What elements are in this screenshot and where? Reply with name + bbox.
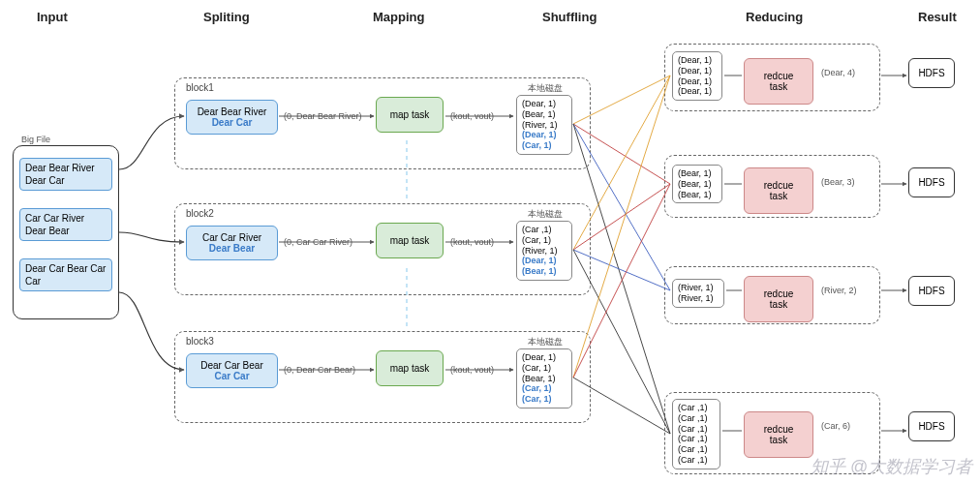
bigfile-box: Dear Bear River Dear Car Car Car River D…	[13, 145, 119, 319]
watermark: 知乎 @大数据学习者	[811, 455, 972, 478]
sh3-0: (River, 1)	[678, 283, 719, 293]
block3-out-1: (Car, 1)	[522, 363, 567, 374]
block1-out-4: (Car, 1)	[522, 140, 567, 151]
sh2-2: (Bear, 1)	[678, 190, 717, 200]
reduce1-result: (Dear, 4)	[821, 68, 855, 77]
block1-output: (Dear, 1) (Bear, 1) (River, 1) (Dear, 1)…	[516, 95, 572, 155]
reduce3-box: redcue task	[744, 276, 813, 322]
block2-kvout: (0, Car Car River)	[284, 237, 352, 247]
block1-map: map task	[376, 97, 444, 133]
sh4-3: (Car ,1)	[678, 434, 715, 444]
block1-label: block1	[186, 82, 214, 93]
hdfs4: HDFS	[908, 411, 955, 441]
block2-local: 本地磁盘	[528, 208, 563, 221]
sh4-0: (Car ,1)	[678, 403, 715, 413]
block3-out-2: (Bear, 1)	[522, 374, 567, 384]
block3-text-top: Dear Car Bear	[195, 360, 269, 371]
block2-split: Car Car River Dear Bear	[186, 226, 278, 260]
block2-out-0: (Car ,1)	[522, 225, 567, 235]
shuffle4-box: (Car ,1) (Car ,1) (Car ,1) (Car ,1) (Car…	[672, 399, 720, 469]
reduce4-result: (Car, 6)	[821, 421, 850, 431]
block1-split: Dear Bear River Dear Car	[186, 100, 278, 135]
block1-kvout: (0, Dear Bear River)	[284, 111, 362, 121]
block1-local: 本地磁盘	[528, 82, 563, 95]
block1-out-3: (Dear, 1)	[522, 130, 567, 140]
stage-title-reducing: Reducing	[746, 10, 803, 24]
bigfile-title: Big File	[21, 135, 50, 144]
reduce1-box: redcue task	[744, 58, 813, 105]
block1-text-top: Dear Bear River	[195, 106, 269, 117]
block2-output: (Car ,1) (Car, 1) (River, 1) (Dear, 1) (…	[516, 221, 572, 281]
hdfs3: HDFS	[908, 276, 955, 306]
block2-out-1: (Car, 1)	[522, 235, 567, 246]
shuffle1-box: (Dear, 1) (Dear, 1) (Dear, 1) (Dear, 1)	[672, 51, 722, 101]
reduce2-result: (Bear, 3)	[821, 177, 855, 187]
block3-label: block3	[186, 336, 214, 347]
sh2-1: (Bear, 1)	[678, 179, 717, 190]
sh1-0: (Dear, 1)	[678, 55, 717, 66]
block3-out-3: (Car, 1)	[522, 383, 567, 394]
block2-label: block2	[186, 208, 214, 219]
sh3-1: (River, 1)	[678, 293, 719, 304]
block1-text-bottom: Dear Car	[195, 117, 269, 128]
block3-output: (Dear, 1) (Car, 1) (Bear, 1) (Car, 1) (C…	[516, 348, 572, 408]
stage-title-input: Input	[37, 10, 68, 24]
sh1-3: (Dear, 1)	[678, 86, 717, 97]
stage-title-mapping: Mapping	[373, 10, 424, 24]
reduce3-result: (River, 2)	[821, 286, 857, 295]
block3-out-0: (Dear, 1)	[522, 352, 567, 363]
stage-title-splitting: Spliting	[203, 10, 250, 24]
block3-local: 本地磁盘	[528, 336, 563, 348]
block1-out-2: (River, 1)	[522, 120, 567, 131]
block3-kvpair: (kout, vout)	[450, 365, 494, 375]
sh1-1: (Dear, 1)	[678, 66, 717, 76]
stage-title-shuffling: Shuffling	[542, 10, 597, 24]
sh2-0: (Bear, 1)	[678, 168, 717, 179]
sh1-2: (Dear, 1)	[678, 76, 717, 87]
reduce2-box: redcue task	[744, 167, 813, 214]
block2-text-bottom: Dear Bear	[195, 243, 269, 254]
sh4-1: (Car ,1)	[678, 413, 715, 424]
block3-map: map task	[376, 350, 444, 386]
block2-out-4: (Bear, 1)	[522, 266, 567, 277]
reduce4-box: redcue task	[744, 411, 813, 458]
block1-out-1: (Bear, 1)	[522, 109, 567, 120]
sh4-4: (Car ,1)	[678, 444, 715, 455]
block3-out-4: (Car, 1)	[522, 394, 567, 405]
bigfile-row-2: Dear Car Bear Car Car	[19, 258, 112, 291]
block2-out-3: (Dear, 1)	[522, 256, 567, 266]
block3-kvout: (0, Dear Car Bear)	[284, 365, 355, 375]
block1-kvpair: (kout, vout)	[450, 111, 494, 121]
block3-split: Dear Car Bear Car Car	[186, 353, 278, 388]
hdfs1: HDFS	[908, 58, 955, 88]
block2-map: map task	[376, 223, 444, 258]
bigfile-row-1: Car Car River Dear Bear	[19, 208, 112, 241]
bigfile-row-0: Dear Bear River Dear Car	[19, 158, 112, 191]
hdfs2: HDFS	[908, 167, 955, 197]
block2-text-top: Car Car River	[195, 232, 269, 243]
block2-out-2: (River, 1)	[522, 246, 567, 257]
block1-out-0: (Dear, 1)	[522, 99, 567, 109]
sh4-2: (Car ,1)	[678, 424, 715, 435]
block3-text-bottom: Car Car	[195, 371, 269, 381]
sh4-5: (Car ,1)	[678, 455, 715, 466]
stage-title-result: Result	[918, 10, 957, 24]
shuffle3-box: (River, 1) (River, 1)	[672, 279, 724, 308]
shuffle2-box: (Bear, 1) (Bear, 1) (Bear, 1)	[672, 165, 722, 203]
block2-kvpair: (kout, vout)	[450, 237, 494, 247]
